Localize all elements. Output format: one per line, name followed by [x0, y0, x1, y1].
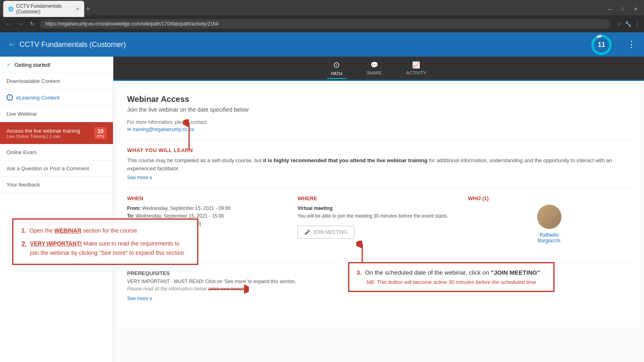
- step2-quote: "See more": [99, 250, 128, 256]
- address-bar-icons: ☆ 🔧 ⋮: [617, 21, 640, 27]
- tab-share[interactable]: 💬 SHARE: [363, 59, 386, 77]
- main-wrapper: ✓ Getting started! Downloadable Content …: [0, 57, 644, 362]
- sidebar-item-subtitle: Live Online Training | 1 min: [6, 134, 89, 139]
- progress-circle: 11: [591, 35, 612, 55]
- app-header: ← CCTV Fundamentals (Customer) 11 ⋮: [0, 32, 644, 57]
- join-meeting-button[interactable]: 🎤 JOIN MEETING: [298, 226, 354, 239]
- step1-num: 1.: [21, 226, 26, 235]
- sidebar-item-downloadable-content[interactable]: Downloadable Content: [0, 73, 113, 89]
- menu-icon[interactable]: ⋮: [635, 21, 640, 27]
- sidebar-item-label: Live Webinar: [6, 111, 106, 117]
- meeting-type-label: Virtual meeting: [298, 205, 332, 211]
- step2-text2: to expand this section: [129, 250, 184, 256]
- from-val: Wednesday, September 15, 2021 - 09:00: [142, 205, 230, 211]
- reload-button[interactable]: ↻: [28, 20, 36, 28]
- see-more-learn-btn[interactable]: See more ∨: [127, 175, 153, 180]
- minimize-button[interactable]: —: [604, 6, 615, 13]
- app-title: CCTV Fundamentals (Customer): [19, 40, 126, 49]
- sidebar-item-label: Downloadable Content: [6, 78, 106, 84]
- sidebar-item-label: Access the live webinar training: [6, 128, 89, 134]
- pts-badge: 10 PTS: [94, 127, 106, 139]
- step1-bold: WEBINAR: [54, 227, 81, 234]
- tab-close-btn[interactable]: ✕: [76, 6, 79, 12]
- sidebar-item-label: Ask a Question or Post a Comment: [6, 165, 106, 171]
- what-you-learn-heading: WHAT YOU WILL LEARN: [127, 147, 630, 153]
- tab-share-label: SHARE: [367, 70, 382, 75]
- pts-label: PTS: [97, 134, 104, 138]
- sidebar-item-label: Getting started!: [15, 62, 106, 68]
- step1-text-before: Open the: [30, 227, 55, 234]
- tab-bar: 🌐 CCTV Fundamentals (Customer) ✕ + — □ ✕: [0, 0, 644, 15]
- avatar-image: [537, 205, 561, 229]
- col-who: WHO (1) Raffaello Bargiacchi: [468, 195, 630, 254]
- sidebar-item-label: eLearning Content: [16, 95, 106, 101]
- tab-path-label: PATH: [331, 71, 342, 76]
- circle-icon: i: [6, 94, 13, 101]
- new-tab-button[interactable]: +: [86, 5, 90, 13]
- extensions-icon[interactable]: 🔧: [625, 21, 631, 27]
- path-icon: ⊙: [333, 60, 340, 70]
- sidebar-item-access-webinar[interactable]: Access the live webinar training Live On…: [0, 122, 113, 144]
- sidebar-item-ask-question[interactable]: Ask a Question or Post a Comment: [0, 161, 113, 177]
- activity-icon: 📈: [412, 61, 420, 69]
- step3-text-block: On the scheduled date of the webinar, cl…: [365, 269, 540, 276]
- contact-email-link[interactable]: training@regalsecurity.co.za: [133, 127, 194, 132]
- sidebar-item-label: Your feedback: [6, 182, 106, 188]
- instruction-box-3: 3. On the scheduled date of the webinar,…: [348, 262, 555, 292]
- star-icon[interactable]: ☆: [617, 21, 622, 27]
- tab-activity-label: ACTIVITY: [406, 70, 427, 75]
- step3-text: On the scheduled date of the webinar, cl…: [365, 269, 491, 276]
- forward-nav-button[interactable]: →: [16, 20, 25, 28]
- from-label: From:: [127, 205, 141, 211]
- step3-nb: NB: This button will become active 30 mi…: [357, 279, 546, 285]
- share-icon: 💬: [370, 61, 378, 69]
- see-more-learn-label: See more: [127, 175, 148, 180]
- pts-number: 10: [97, 128, 104, 134]
- person-name: Raffaello Bargiacchi: [468, 232, 630, 243]
- tab-path[interactable]: ⊙ PATH: [327, 58, 346, 79]
- contact-label: For more information, please contact:: [127, 119, 630, 125]
- progress-number: 11: [594, 37, 609, 53]
- divider-2: [127, 188, 630, 188]
- avatar: [537, 205, 561, 229]
- header-menu-button[interactable]: ⋮: [627, 39, 636, 50]
- sidebar-item-online-exam[interactable]: Online Exam: [0, 144, 113, 161]
- url-input[interactable]: [40, 19, 610, 29]
- tab-favicon: 🌐: [8, 6, 14, 12]
- restore-button[interactable]: □: [618, 6, 627, 13]
- sidebar-item-live-webinar[interactable]: Live Webinar: [0, 106, 113, 122]
- instruction-3-row: 3. On the scheduled date of the webinar,…: [357, 269, 546, 276]
- back-button[interactable]: ←: [8, 40, 15, 49]
- col-where: WHERE Virtual meeting You will be able t…: [298, 195, 460, 254]
- instruction-box-1: 1. Open the WEBINAR section for the cour…: [12, 218, 198, 265]
- tabs-and-content: ⊙ PATH 💬 SHARE 📈 ACTIVITY Webinar Access…: [113, 57, 644, 362]
- step3-quote: "JOIN MEETING": [491, 269, 540, 276]
- where-meeting-type: Virtual meeting: [298, 205, 460, 212]
- instruction-2-row: 2. VERY IMPORTANT! Make sure to read the…: [21, 239, 189, 257]
- webinar-title: Webinar Access: [127, 95, 630, 104]
- when-heading: WHEN: [127, 195, 289, 201]
- see-more-prereq-btn[interactable]: See more ∨: [127, 296, 153, 301]
- instruction-1-row: 1. Open the WEBINAR section for the cour…: [21, 226, 189, 235]
- back-nav-button[interactable]: ←: [4, 20, 13, 28]
- sidebar-item-getting-started[interactable]: ✓ Getting started!: [0, 57, 113, 73]
- join-btn-label: JOIN MEETING: [313, 229, 347, 235]
- sidebar-item-label: Online Exam: [6, 149, 106, 155]
- divider-1: [127, 140, 630, 140]
- close-window-button[interactable]: ✕: [631, 6, 641, 13]
- what-you-learn-text: This course may be completed as a self-s…: [127, 157, 630, 172]
- webinar-subtitle: Join the live webinar on the date specif…: [127, 106, 630, 113]
- nav-tabs: ⊙ PATH 💬 SHARE 📈 ACTIVITY: [113, 57, 644, 81]
- browser-chrome: 🌐 CCTV Fundamentals (Customer) ✕ + — □ ✕…: [0, 0, 644, 32]
- contact-email-row: ✉ training@regalsecurity.co.za: [127, 127, 630, 132]
- sidebar-item-feedback[interactable]: Your feedback: [0, 177, 113, 193]
- chevron-down-icon: ∨: [149, 175, 153, 180]
- learn-text-before: This course may be completed as a self-s…: [127, 157, 261, 163]
- mic-icon: 🎤: [304, 229, 310, 235]
- who-heading: WHO (1): [468, 195, 630, 201]
- sidebar-item-elearning[interactable]: i eLearning Content: [0, 89, 113, 106]
- browser-tab[interactable]: 🌐 CCTV Fundamentals (Customer) ✕: [3, 1, 84, 17]
- check-icon: ✓: [6, 61, 11, 68]
- tab-activity[interactable]: 📈 ACTIVITY: [402, 59, 431, 77]
- see-more-prereq-label: See more: [127, 296, 148, 301]
